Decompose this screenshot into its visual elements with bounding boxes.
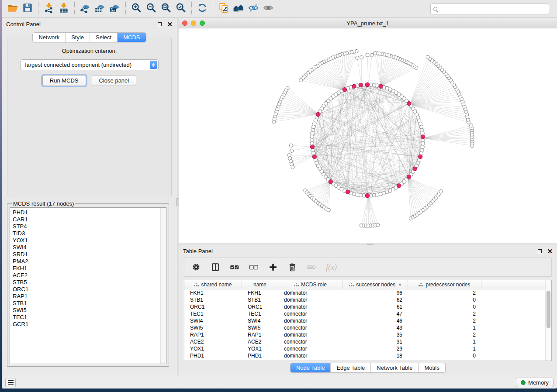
leaf-node[interactable] [439, 190, 443, 193]
ring-node[interactable] [311, 128, 315, 132]
table-row[interactable]: ORC1ORC1dominator610 [184, 303, 545, 310]
mcds-node[interactable] [413, 167, 417, 171]
tab-style[interactable]: Style [65, 33, 90, 42]
list-item[interactable]: YOX1 [10, 237, 166, 244]
table-row[interactable]: SWI4SWI4dominator462 [184, 317, 545, 324]
ring-node[interactable] [312, 125, 315, 128]
mcds-node[interactable] [397, 184, 401, 188]
leaf-node[interactable] [370, 53, 374, 57]
mcds-node[interactable] [316, 112, 320, 116]
columns-icon[interactable] [211, 262, 220, 272]
tab-edge-table[interactable]: Edge Table [330, 363, 370, 372]
table-row[interactable]: YOX1YOX1connector291 [184, 345, 545, 352]
list-item[interactable]: ACE2 [10, 272, 166, 279]
gear-icon[interactable] [191, 262, 201, 272]
select-all-icon[interactable] [230, 262, 239, 272]
ring-node[interactable] [420, 128, 424, 132]
zoom-out-button[interactable] [144, 2, 159, 16]
list-item[interactable]: SWI5 [10, 307, 166, 314]
mcds-node[interactable] [359, 83, 363, 87]
list-item[interactable]: PHD1 [10, 209, 166, 216]
tab-node-table[interactable]: Node Table [291, 363, 331, 372]
export-table-button[interactable] [93, 2, 107, 16]
ring-node[interactable] [356, 193, 359, 196]
list-item[interactable]: TID3 [10, 230, 166, 237]
zoom-fit-button[interactable] [159, 2, 173, 16]
list-item[interactable]: STB1 [10, 300, 166, 307]
mcds-node[interactable] [352, 84, 356, 88]
ring-node[interactable] [310, 138, 314, 142]
mcds-node[interactable] [421, 135, 425, 139]
list-item[interactable]: STB5 [10, 279, 166, 286]
add-icon[interactable] [268, 262, 278, 272]
table-row[interactable]: PHD1PHD1dominator180 [184, 352, 545, 359]
mcds-result-list[interactable]: PHD1CAR1STP4TID3YOX1SWI4SRD1PMA2FKH1ACE2… [10, 207, 166, 364]
close-icon[interactable]: ✕ [547, 249, 553, 253]
leaf-node[interactable] [360, 56, 363, 59]
search-input[interactable] [439, 6, 546, 12]
mcds-node[interactable] [312, 155, 316, 158]
table-row[interactable]: STB1STB1dominator620 [184, 296, 545, 303]
mcds-node[interactable] [365, 83, 369, 86]
mcds-node[interactable] [379, 84, 383, 88]
list-item[interactable]: SRD1 [10, 251, 166, 258]
mcds-node[interactable] [365, 193, 369, 197]
leaf-node[interactable] [426, 55, 429, 59]
task-history-button[interactable] [5, 378, 16, 387]
refresh-button[interactable] [195, 2, 210, 16]
import-table-button[interactable] [56, 2, 71, 16]
network-canvas[interactable] [179, 28, 557, 243]
mcds-list-scrollbar[interactable] [160, 208, 166, 364]
houses-button[interactable] [231, 2, 246, 16]
network-graph[interactable] [179, 28, 557, 243]
leaf-node[interactable] [289, 144, 293, 147]
column-header-successor-nodes[interactable]: successor nodes∨ [343, 280, 408, 289]
memory-button[interactable]: Memory [516, 378, 554, 387]
close-icon[interactable]: ✕ [167, 22, 173, 26]
delete-icon[interactable] [287, 262, 297, 272]
search-box[interactable] [430, 3, 549, 14]
mcds-node[interactable] [407, 175, 411, 179]
ring-node[interactable] [376, 193, 379, 196]
ring-node[interactable] [420, 148, 424, 152]
table-row[interactable]: TEC1TEC1connector472 [184, 310, 545, 317]
close-panel-button[interactable]: Close panel [92, 75, 137, 86]
tab-select[interactable]: Select [90, 33, 117, 42]
tab-network[interactable]: Network [33, 33, 65, 42]
leaf-node[interactable] [470, 124, 473, 127]
table-scrollbar-thumb[interactable] [547, 291, 550, 328]
mcds-node[interactable] [329, 180, 332, 184]
tab-mcds[interactable]: MCDS [117, 33, 145, 42]
mcds-node[interactable] [346, 190, 349, 194]
leaf-node[interactable] [327, 208, 330, 212]
list-item[interactable]: SWI4 [10, 244, 166, 251]
leaf-node[interactable] [366, 53, 369, 57]
ring-node[interactable] [352, 192, 356, 196]
column-header-mcds-role[interactable]: MCDS role [278, 280, 343, 289]
save-button[interactable] [20, 2, 35, 16]
mcds-node[interactable] [419, 155, 422, 158]
run-mcds-button[interactable]: Run MCDS [42, 75, 86, 86]
criterion-select[interactable]: largest connected component (undirected) [21, 59, 159, 70]
export-image-button[interactable] [107, 2, 122, 16]
table-row[interactable]: SWI5SWI5connector431 [184, 324, 545, 331]
column-header-name[interactable]: name [242, 280, 278, 289]
leaf-node[interactable] [356, 56, 359, 59]
float-icon[interactable] [158, 22, 162, 26]
ring-node[interactable] [421, 142, 425, 145]
mcds-node[interactable] [310, 145, 314, 149]
leaf-node[interactable] [376, 224, 380, 227]
mcds-node[interactable] [407, 101, 411, 105]
table-row[interactable]: FKH1FKH1dominator962 [184, 289, 545, 296]
table-scrollbar[interactable] [545, 280, 551, 361]
column-header-predecessor-nodes[interactable]: predecessor nodes [408, 280, 481, 289]
zoom-selected-button[interactable] [173, 2, 188, 16]
table-row[interactable]: ACE2ACE2connector311 [184, 338, 545, 345]
show-all-button[interactable] [261, 2, 276, 16]
leaf-node[interactable] [272, 120, 276, 124]
list-item[interactable]: RAP1 [10, 293, 166, 300]
leaf-node[interactable] [291, 165, 294, 169]
deselect-all-icon[interactable] [249, 262, 259, 272]
import-network-button[interactable] [42, 2, 56, 16]
ring-node[interactable] [372, 193, 376, 197]
